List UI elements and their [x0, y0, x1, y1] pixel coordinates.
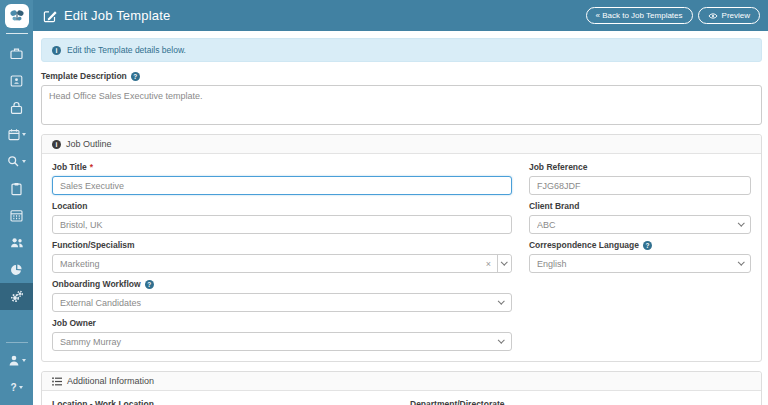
sidebar-item-help-menu[interactable]: ?: [0, 374, 33, 401]
clear-selection-icon[interactable]: ×: [480, 255, 497, 272]
help-icon[interactable]: [131, 72, 140, 81]
job-reference-label: Job Reference: [529, 162, 751, 173]
calendar-grid-icon: [10, 209, 23, 222]
briefcase-icon: [10, 47, 23, 61]
job-owner-select[interactable]: Sammy Murray: [52, 332, 512, 351]
job-title-label: Job Title *: [52, 162, 512, 173]
sidebar-item-users[interactable]: [0, 229, 33, 256]
additional-information-title: Additional Information: [67, 376, 154, 386]
info-alert: i Edit the Template details below.: [41, 38, 762, 62]
sidebar-item-candidates[interactable]: [0, 67, 33, 94]
function-specialism-field: Function/Specialism Marketing ×: [52, 240, 512, 273]
sidebar-item-jobs[interactable]: [0, 40, 33, 67]
job-reference-field: Job Reference: [529, 162, 751, 195]
job-title-input[interactable]: [52, 176, 512, 195]
chevron-down-icon: [499, 298, 505, 304]
users-icon: [10, 236, 24, 249]
sidebar-divider: [6, 33, 28, 34]
correspondence-language-label: Correspondence Language: [529, 240, 751, 251]
sidebar-item-user-menu[interactable]: [0, 347, 33, 374]
location-field: Location: [52, 201, 512, 234]
back-to-job-templates-button[interactable]: « Back to Job Templates: [586, 7, 693, 24]
template-description-label: Template Description: [41, 71, 762, 82]
job-outline-panel: i Job Outline Job Title *: [41, 134, 762, 362]
additional-information-panel: Additional Information Location - Work L…: [41, 371, 762, 405]
correspondence-language-select[interactable]: English: [529, 254, 751, 273]
additional-information-body: Location - Work Location Bristol Departm…: [42, 391, 761, 405]
locked-bag-icon: [10, 101, 23, 115]
additional-information-heading: Additional Information: [42, 372, 761, 391]
user-icon: [8, 354, 20, 367]
help-icon[interactable]: [643, 241, 652, 250]
edit-icon: [43, 9, 57, 23]
onboarding-workflow-field: Onboarding Workflow External Candidates: [52, 279, 512, 312]
chevron-down-icon: [501, 259, 507, 265]
info-icon: i: [52, 140, 61, 149]
eye-icon: [708, 12, 718, 20]
work-location-label: Location - Work Location: [52, 399, 393, 405]
alert-text: Edit the Template details below.: [67, 45, 186, 55]
sidebar-item-search-menu[interactable]: [0, 148, 33, 175]
preview-button[interactable]: Preview: [698, 7, 760, 24]
app-window: ? Edit Job Template « Back to Job Templa…: [0, 0, 768, 405]
job-title-field: Job Title *: [52, 162, 512, 195]
pie-chart-icon: [10, 263, 23, 276]
location-label: Location: [52, 201, 512, 212]
job-reference-input[interactable]: [529, 176, 751, 195]
cogs-icon: [10, 290, 24, 303]
job-owner-label: Job Owner: [52, 318, 512, 329]
caret-down-icon: [19, 386, 23, 389]
required-marker: *: [90, 162, 93, 173]
chevron-down-icon: [499, 337, 505, 343]
job-owner-field: Job Owner Sammy Murray: [52, 318, 512, 351]
department-label: Department/Directorate: [410, 399, 751, 405]
sidebar-divider: [6, 342, 28, 343]
job-outline-body: Job Title * Job Reference: [42, 154, 761, 361]
back-button-label: « Back to Job Templates: [596, 11, 683, 20]
department-field: Department/Directorate Sales: [410, 399, 751, 405]
job-outline-title: Job Outline: [66, 139, 112, 149]
header-buttons: « Back to Job Templates Preview: [586, 7, 760, 24]
sidebar-item-reports[interactable]: [0, 256, 33, 283]
calendar-icon: [8, 128, 20, 141]
contact-card-icon: [10, 74, 23, 88]
caret-down-icon: [22, 359, 26, 362]
onboarding-workflow-select[interactable]: External Candidates: [52, 293, 512, 312]
client-brand-field: Client Brand ABC: [529, 201, 751, 234]
help-icon[interactable]: [145, 280, 154, 289]
question-icon: ?: [10, 383, 16, 393]
app-logo[interactable]: [5, 4, 29, 28]
info-icon: i: [52, 46, 61, 55]
onboarding-workflow-label: Onboarding Workflow: [52, 279, 512, 290]
chevron-down-icon: [738, 259, 744, 265]
page-content: i Edit the Template details below. Templ…: [33, 31, 768, 405]
sidebar-item-schedule[interactable]: [0, 202, 33, 229]
work-location-field: Location - Work Location Bristol: [52, 399, 393, 405]
function-specialism-label: Function/Specialism: [52, 240, 512, 251]
search-icon: [7, 155, 20, 168]
select-caret-segment[interactable]: [497, 255, 511, 272]
caret-down-icon: [22, 133, 26, 136]
job-outline-heading: i Job Outline: [42, 135, 761, 154]
caret-down-icon: [22, 160, 26, 163]
butterfly-logo-icon: [8, 7, 26, 25]
list-icon: [52, 377, 62, 386]
clipboard-icon: [10, 182, 23, 196]
page-header: Edit Job Template « Back to Job Template…: [33, 0, 768, 31]
sidebar-item-settings[interactable]: [0, 283, 33, 310]
template-description-field: Template Description Head Office Sales E…: [41, 71, 762, 125]
template-description-input[interactable]: Head Office Sales Executive template.: [41, 85, 762, 125]
sidebar-item-calendar-menu[interactable]: [0, 121, 33, 148]
main-area: Edit Job Template « Back to Job Template…: [33, 0, 768, 405]
sidebar-item-tasks[interactable]: [0, 175, 33, 202]
preview-button-label: Preview: [722, 11, 750, 20]
client-brand-select[interactable]: ABC: [529, 215, 751, 234]
sidebar-item-vacancies[interactable]: [0, 94, 33, 121]
function-specialism-select[interactable]: Marketing ×: [52, 254, 512, 273]
location-input[interactable]: [52, 215, 512, 234]
correspondence-language-field: Correspondence Language English: [529, 240, 751, 273]
chevron-down-icon: [738, 220, 744, 226]
sidebar: ?: [0, 0, 33, 405]
page-title: Edit Job Template: [64, 8, 171, 23]
sidebar-bottom: ?: [0, 336, 33, 405]
